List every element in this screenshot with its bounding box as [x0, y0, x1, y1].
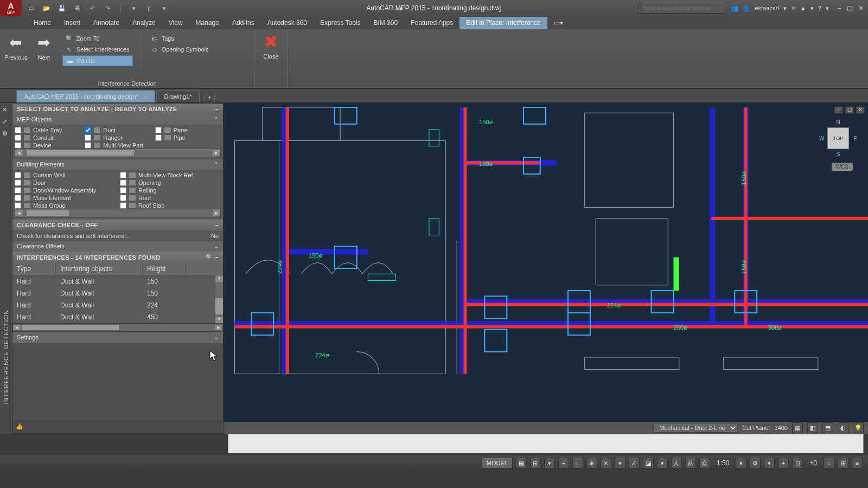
sb-icon[interactable]: ∠	[629, 458, 640, 468]
tab-express-tools[interactable]: Express Tools	[314, 17, 367, 29]
sb-icon[interactable]: ▾	[544, 458, 555, 468]
tab-manage[interactable]: Manage	[189, 17, 226, 29]
chk-cable-tray[interactable]: Cable Tray	[15, 127, 80, 133]
tab-analyze[interactable]: Analyze	[126, 17, 162, 29]
settings-row[interactable]: Settings⌄	[12, 332, 223, 343]
vp-icon[interactable]: ▦	[792, 422, 803, 433]
qat-dropdown-icon[interactable]: ▾	[160, 4, 169, 12]
dropdown-icon[interactable]: ▾	[810, 5, 814, 12]
col-interfering[interactable]: Interfering objects	[56, 263, 143, 275]
table-row[interactable]: HardDuct & Wall224	[12, 299, 223, 311]
chk-pipe[interactable]: Pipe	[155, 134, 221, 141]
chk-duct[interactable]: Duct	[85, 127, 150, 133]
select-object-header[interactable]: SELECT OBJECT TO ANALYZE - READY TO ANAL…	[12, 104, 223, 114]
chk-mass-group[interactable]: Mass Group	[15, 202, 116, 209]
help-icon[interactable]: ?	[818, 5, 821, 11]
vscroll[interactable]: ▲▼	[215, 275, 223, 323]
viewport-minimize-icon[interactable]: –	[834, 106, 843, 114]
app-menu-icon[interactable]: AMEP	[0, 0, 22, 16]
hscroll[interactable]: ◄►	[15, 209, 221, 217]
col-height[interactable]: Height	[143, 263, 186, 275]
close-button[interactable]: ✖	[264, 31, 278, 52]
chk-door[interactable]: Door	[15, 179, 116, 186]
tab-addins[interactable]: Add-ins	[226, 17, 261, 29]
tab-bim360[interactable]: BIM 360	[367, 17, 405, 29]
viewcube-face[interactable]: TOP	[827, 127, 849, 149]
vp-icon[interactable]: ◧	[807, 422, 818, 433]
redo-icon[interactable]: ↷	[103, 4, 112, 12]
sb-icon[interactable]: ▾	[736, 458, 746, 468]
document-tab[interactable]: Drawing1*	[156, 90, 200, 102]
gear-icon[interactable]: ⚙	[2, 130, 10, 138]
zoom-icon[interactable]: 🔍	[206, 254, 213, 260]
mep-objects-header[interactable]: MEP Objects⌃	[12, 114, 223, 125]
document-tab[interactable]: AutoCAD MEP 2015 - coordinating design*✕	[16, 90, 155, 102]
sb-icon[interactable]: ○	[824, 458, 834, 468]
sb-icon[interactable]: +	[778, 458, 789, 468]
table-row[interactable]: HardDuct & Wall450	[12, 311, 223, 323]
chk-multiview-part[interactable]: Multi-View Part	[85, 142, 221, 149]
sb-icon[interactable]: +	[558, 458, 569, 468]
sb-icon[interactable]: 人	[671, 458, 682, 468]
model-button[interactable]: MODEL	[482, 458, 513, 468]
exchange-apps-icon[interactable]: ▲	[800, 5, 806, 11]
gear-icon[interactable]: ⚙	[750, 458, 761, 468]
ortho-icon[interactable]: ∟	[572, 458, 583, 468]
palette-button[interactable]: ▬Palette	[62, 55, 133, 66]
search-input[interactable]	[639, 3, 725, 14]
select-interferences-button[interactable]: ↖Select Interferences	[62, 44, 133, 54]
chevron-down-icon[interactable]: ⌄	[214, 243, 219, 250]
chk-curtain-wall[interactable]: Curtain Wall	[15, 172, 116, 178]
interferences-header[interactable]: INTERFERENCES - 14 INTERFERENCES FOUND 🔍…	[12, 252, 223, 263]
vp-icon[interactable]: ⬒	[822, 422, 833, 433]
clearance-check-row[interactable]: Check for clearances and soft interferen…	[12, 230, 223, 241]
zoom-to-button[interactable]: 🔍Zoom To	[62, 34, 133, 43]
chk-hanger[interactable]: Hanger	[85, 134, 150, 141]
close-icon[interactable]: ✕	[856, 4, 866, 12]
collapse-icon[interactable]: –	[215, 254, 219, 260]
sb-icon[interactable]: ◪	[643, 458, 654, 468]
tab-view[interactable]: View	[162, 17, 189, 29]
chk-device[interactable]: Device	[15, 142, 80, 149]
table-row[interactable]: HardDuct & Wall150	[12, 275, 223, 287]
sb-icon[interactable]: ⊞	[838, 458, 848, 468]
qat-icon[interactable]: ▾	[130, 4, 138, 12]
clearance-offsets-row[interactable]: Clearance Offsets⌄	[12, 241, 223, 252]
tab-annotate[interactable]: Annotate	[87, 17, 126, 29]
chk-roof-slab[interactable]: Roof Slab	[120, 202, 221, 209]
command-line[interactable]	[228, 434, 864, 453]
sb-icon[interactable]: ▾	[657, 458, 668, 468]
chk-door-window[interactable]: Door/Window Assembly	[15, 187, 116, 194]
sb-icon[interactable]: 众	[699, 458, 710, 468]
undo-icon[interactable]: ↶	[88, 4, 97, 12]
display-config-select[interactable]: Mechanical - Duct 2-Line	[653, 423, 738, 433]
pin-icon[interactable]: ⤢	[2, 118, 10, 126]
sb-icon[interactable]: ▾	[615, 458, 626, 468]
tab-home[interactable]: Home	[27, 17, 58, 29]
tab-extra-icon[interactable]: ▭▾	[547, 17, 570, 29]
chevron-up-icon[interactable]: ⌃	[214, 161, 219, 168]
next-button[interactable]: ➡	[33, 31, 55, 53]
close-palette-icon[interactable]: ✕	[2, 106, 10, 114]
vp-bulb-icon[interactable]: 💡	[853, 422, 864, 433]
analyze-icon[interactable]: 👍	[16, 423, 23, 429]
building-elements-header[interactable]: Building Elements⌃	[12, 159, 223, 170]
dropdown-icon[interactable]: ▾	[783, 5, 787, 12]
tab-edit-in-place[interactable]: Edit in Place: Interference	[459, 17, 547, 29]
open-icon[interactable]: 📂	[42, 4, 51, 12]
exchange-icon[interactable]: ✕	[791, 5, 796, 12]
chevron-down-icon[interactable]: ⌄	[214, 334, 219, 341]
clearance-header[interactable]: CLEARANCE CHECK - OFF–	[12, 220, 223, 230]
signin-icon[interactable]: 👥	[731, 5, 738, 12]
chk-railing[interactable]: Railing	[120, 187, 221, 194]
viewport-maximize-icon[interactable]: ▢	[845, 106, 854, 114]
collapse-icon[interactable]: –	[215, 222, 219, 228]
vp-icon[interactable]: ◐	[838, 422, 848, 433]
tab-insert[interactable]: Insert	[58, 17, 87, 29]
sb-icon[interactable]: ⊡	[792, 458, 803, 468]
wcs-badge[interactable]: WCS	[832, 163, 853, 171]
user-avatar-icon[interactable]: 👤	[743, 5, 750, 12]
scale-label[interactable]: 1:50	[713, 459, 732, 467]
drawing-canvas[interactable]: 150ø 150ø 150ø 224ø 224ø 224ø 250ø 300ø …	[224, 103, 868, 434]
chk-panel[interactable]: Pane	[155, 127, 221, 133]
